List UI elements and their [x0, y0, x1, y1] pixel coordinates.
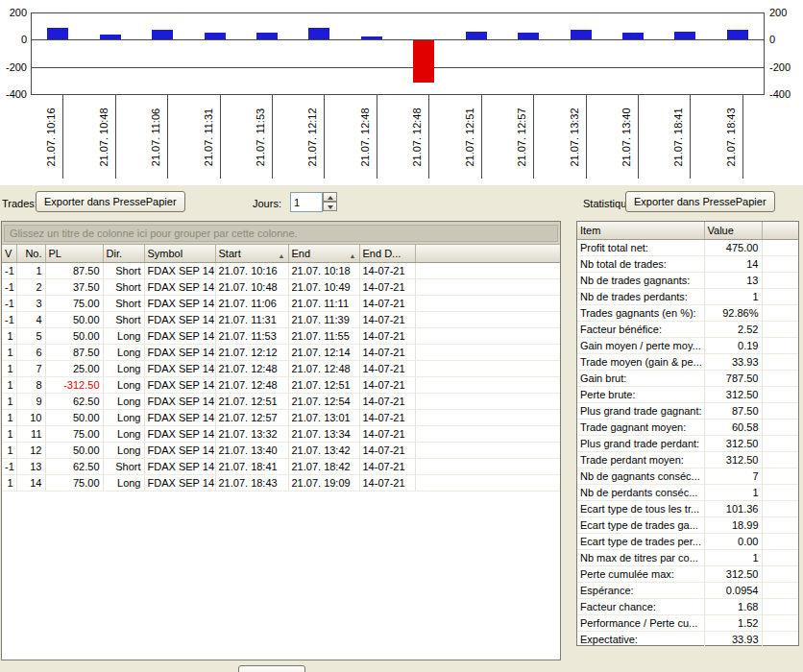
- column-header-item[interactable]: Item: [577, 222, 704, 239]
- stat-value: 0.00: [704, 533, 762, 549]
- trade-row[interactable]: 1962.50LongFDAX SEP 1421.07. 12:5121.07.…: [2, 393, 560, 409]
- stat-item: Plus grand trade gagnant:: [577, 402, 704, 419]
- trade-row[interactable]: -1237.50ShortFDAX SEP 1421.07. 10:4821.0…: [2, 278, 560, 295]
- stat-row[interactable]: Nb max de titres par co...1: [577, 549, 798, 565]
- stat-item: Plus grand trade perdant:: [577, 435, 704, 451]
- jours-stepper: [323, 192, 337, 212]
- stat-item: Nb de trades perdants:: [577, 288, 704, 304]
- trade-row[interactable]: -1450.00ShortFDAX SEP 1421.07. 11:3121.0…: [2, 311, 560, 327]
- x-tick: [533, 94, 534, 179]
- x-tick: [638, 94, 639, 179]
- stat-row[interactable]: Performance / Perte cu...1.52: [577, 614, 798, 631]
- stat-row[interactable]: Perte brute:312.50: [577, 386, 798, 402]
- x-tick: [481, 94, 482, 179]
- stat-row[interactable]: Plus grand trade gagnant:87.50: [577, 402, 798, 419]
- stat-row[interactable]: Gain brut:787.50: [577, 370, 798, 386]
- stat-row[interactable]: Trade perdant moyen:312.50: [577, 451, 798, 468]
- x-tick: [586, 94, 587, 179]
- bar: [361, 36, 382, 40]
- column-header-dir[interactable]: Dir.: [103, 245, 144, 262]
- stat-item: Trades gagnants (en %):: [577, 304, 704, 321]
- stat-row[interactable]: Perte cumulée max:312.50: [577, 565, 798, 582]
- bottom-button-partial[interactable]: [238, 665, 305, 672]
- trade-row[interactable]: 11175.00LongFDAX SEP 1421.07. 13:3221.07…: [2, 425, 560, 442]
- column-header-end[interactable]: End▲: [288, 245, 359, 262]
- y-axis-label-right: 0: [769, 34, 775, 45]
- trades-grid: VNo.PLDir.SymbolStart▲End▲End D... -1187…: [2, 245, 560, 492]
- stat-item: Nb de gagnants conséc...: [577, 468, 704, 484]
- stat-value: 101.36: [704, 500, 762, 516]
- stat-item: Nb max de titres par co...: [577, 549, 704, 565]
- trade-row[interactable]: 18-312.50LongFDAX SEP 1421.07. 12:4821.0…: [2, 376, 560, 393]
- stat-row[interactable]: Trade moyen (gain & pe...33.93: [577, 353, 798, 370]
- stat-value: 18.99: [704, 516, 762, 533]
- stat-item: Ecart type de trades ga...: [577, 516, 704, 533]
- stat-row[interactable]: Nb de trades gagnants:13: [577, 272, 798, 288]
- column-header-pl[interactable]: PL: [45, 245, 103, 262]
- stat-row[interactable]: Facteur chance:1.68: [577, 598, 798, 614]
- x-axis-label: 21.07. 10:48: [98, 95, 110, 180]
- pl-bar-chart: 20020000-200-200-400-40021.07. 10:1621.0…: [0, 0, 803, 185]
- bar: [674, 32, 695, 40]
- trade-row[interactable]: -1375.00ShortFDAX SEP 1421.07. 11:0621.0…: [2, 295, 560, 311]
- jours-input[interactable]: [290, 192, 323, 212]
- bar: [256, 33, 278, 39]
- spin-down-button[interactable]: [323, 202, 337, 211]
- x-axis-label: 21.07. 11:06: [150, 95, 161, 180]
- column-header-symbol[interactable]: Symbol: [144, 245, 215, 262]
- y-axis-label-left: -400: [0, 88, 27, 100]
- trade-row[interactable]: -1187.50ShortFDAX SEP 1421.07. 10:1621.0…: [2, 262, 560, 278]
- stat-row[interactable]: Ecart type de trades per...0.00: [577, 533, 798, 549]
- column-header-v[interactable]: V: [2, 245, 16, 262]
- x-axis-label: 21.07. 12:12: [306, 95, 318, 180]
- stat-value: 87.50: [704, 402, 762, 419]
- y-axis-label-right: -400: [769, 88, 791, 100]
- trade-row[interactable]: 11050.00LongFDAX SEP 1421.07. 12:5721.07…: [2, 409, 560, 425]
- stat-row[interactable]: Gain moyen / perte moy...0.19: [577, 337, 798, 353]
- stat-value: 60.58: [704, 419, 762, 435]
- stat-value: 1: [704, 288, 762, 304]
- column-header-start[interactable]: Start▲: [215, 245, 288, 262]
- stat-row[interactable]: Nb total de trades:14: [577, 255, 798, 272]
- column-header-value[interactable]: Value: [704, 222, 762, 239]
- stat-row[interactable]: Facteur bénéfice:2.52: [577, 321, 798, 337]
- stat-row[interactable]: Espérance:0.0954: [577, 582, 798, 598]
- stat-row[interactable]: Trades gagnants (en %):92.86%: [577, 304, 798, 321]
- stat-item: Facteur chance:: [577, 598, 704, 614]
- trades-table: Glissez un titre de colonne ici pour gro…: [1, 221, 561, 660]
- stat-row[interactable]: Plus grand trade perdant:312.50: [577, 435, 798, 451]
- x-axis-label: 21.07. 11:31: [203, 95, 214, 180]
- trade-row[interactable]: 1550.00LongFDAX SEP 1421.07. 11:5321.07.…: [2, 327, 560, 344]
- stat-row[interactable]: Nb de trades perdants:1: [577, 288, 798, 304]
- stat-row[interactable]: Profit total net:475.00: [577, 239, 798, 255]
- sort-asc-icon: ▲: [279, 252, 285, 259]
- stat-value: 33.93: [704, 631, 762, 647]
- x-axis-label: 21.07. 18:43: [725, 95, 737, 180]
- x-axis-label: 21.07. 12:51: [464, 95, 475, 180]
- x-tick: [62, 94, 63, 179]
- stat-row[interactable]: Trade gagnant moyen:60.58: [577, 419, 798, 435]
- trade-row[interactable]: -11362.50ShortFDAX SEP 1421.07. 18:4121.…: [2, 458, 560, 474]
- trade-row[interactable]: 11475.00LongFDAX SEP 1421.07. 18:4321.07…: [2, 474, 560, 491]
- stat-row[interactable]: Ecart type de trades ga...18.99: [577, 516, 798, 533]
- group-by-area[interactable]: Glissez un titre de colonne ici pour gro…: [2, 222, 560, 245]
- trade-row[interactable]: 11250.00LongFDAX SEP 1421.07. 13:4021.07…: [2, 442, 560, 458]
- stats-grid: ItemValue Profit total net:475.00Nb tota…: [577, 222, 798, 648]
- stat-row[interactable]: Nb de perdants conséc...1: [577, 484, 798, 500]
- stat-value: 7: [704, 468, 762, 484]
- bar: [571, 30, 592, 40]
- stat-row[interactable]: Nb de gagnants conséc...7: [577, 468, 798, 484]
- arrow-down-icon: [328, 205, 333, 209]
- stat-item: Performance / Perte cu...: [577, 614, 704, 631]
- column-header-endd[interactable]: End D...: [359, 245, 415, 262]
- export-trades-button[interactable]: Exporter dans PressePapier: [36, 191, 185, 212]
- stat-item: Expectative:: [577, 631, 704, 647]
- export-stats-button[interactable]: Exporter dans PressePapier: [625, 191, 775, 212]
- bar: [205, 33, 226, 39]
- stat-row[interactable]: Expectative:33.93: [577, 631, 798, 647]
- trade-row[interactable]: 1725.00LongFDAX SEP 1421.07. 12:4821.07.…: [2, 360, 560, 376]
- stat-row[interactable]: Ecart type de tous les tr...101.36: [577, 500, 798, 516]
- spin-up-button[interactable]: [323, 192, 337, 202]
- trade-row[interactable]: 1687.50LongFDAX SEP 1421.07. 12:1221.07.…: [2, 344, 560, 360]
- column-header-no[interactable]: No.: [16, 245, 45, 262]
